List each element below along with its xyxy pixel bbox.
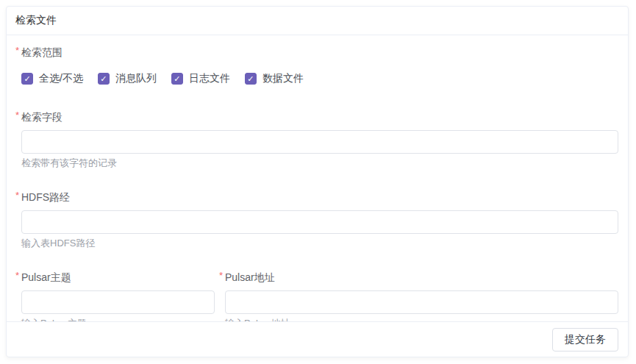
search-field-label: *检索字段 (21, 112, 62, 122)
hdfs-path-label: *HDFS路经 (21, 192, 70, 202)
hdfs-path-input[interactable] (21, 210, 618, 234)
checkbox-box[interactable]: ✓ (245, 73, 257, 85)
checkbox-data-file[interactable]: ✓ 数据文件 (245, 72, 304, 85)
search-form: *检索范围 ✓ 全选/不选 ✓ 消息队列 ✓ 日志文件 ✓ 数据文件 (7, 35, 628, 321)
checkbox-log-file[interactable]: ✓ 日志文件 (171, 72, 230, 85)
search-files-card: 检索文件 *检索范围 ✓ 全选/不选 ✓ 消息队列 ✓ 日志文件 (6, 6, 629, 357)
pulsar-topic-label: *Pulsar主题 (21, 272, 71, 282)
scope-checkbox-group: ✓ 全选/不选 ✓ 消息队列 ✓ 日志文件 ✓ 数据文件 (21, 72, 618, 85)
checkbox-box[interactable]: ✓ (171, 73, 183, 85)
scope-form-group: *检索范围 ✓ 全选/不选 ✓ 消息队列 ✓ 日志文件 ✓ 数据文件 (21, 46, 618, 85)
hdfs-path-hint: 输入表HDFS路径 (21, 238, 618, 248)
check-icon: ✓ (100, 74, 107, 82)
check-icon: ✓ (24, 74, 30, 82)
scope-label: *检索范围 (21, 47, 62, 57)
pulsar-topic-input[interactable] (21, 290, 215, 314)
search-field-input[interactable] (21, 130, 618, 154)
checkbox-message-queue[interactable]: ✓ 消息队列 (98, 72, 157, 85)
pulsar-address-label: *Pulsar地址 (225, 272, 275, 282)
checkbox-label: 数据文件 (262, 72, 304, 85)
check-icon: ✓ (174, 74, 180, 82)
card-footer: 提交任务 (7, 321, 628, 357)
card-title: 检索文件 (15, 14, 57, 26)
required-marker: * (219, 271, 223, 280)
hdfs-path-form-group: *HDFS路经 输入表HDFS路径 (21, 190, 618, 248)
checkbox-box[interactable]: ✓ (98, 73, 110, 85)
checkbox-select-all[interactable]: ✓ 全选/不选 (21, 72, 83, 85)
card-header: 检索文件 (7, 7, 628, 35)
check-icon: ✓ (247, 74, 254, 82)
checkbox-label: 消息队列 (115, 72, 157, 85)
checkbox-label: 日志文件 (189, 72, 230, 85)
submit-task-button[interactable]: 提交任务 (552, 328, 618, 351)
required-marker: * (15, 46, 19, 55)
pulsar-address-input[interactable] (225, 290, 618, 314)
search-field-hint: 检索带有该字符的记录 (21, 158, 618, 168)
search-field-form-group: *检索字段 检索带有该字符的记录 (21, 110, 618, 168)
required-marker: * (15, 271, 19, 280)
required-marker: * (15, 190, 19, 200)
pulsar-address-form-group: *Pulsar地址 输入Pulsar地址 (225, 271, 618, 321)
pulsar-row: *Pulsar主题 输入Pulsar主题 *Pulsar地址 输入Pulsar地… (21, 271, 618, 321)
pulsar-topic-form-group: *Pulsar主题 输入Pulsar主题 (21, 271, 215, 321)
checkbox-box[interactable]: ✓ (21, 73, 33, 85)
checkbox-label: 全选/不选 (39, 72, 83, 85)
required-marker: * (15, 110, 19, 120)
